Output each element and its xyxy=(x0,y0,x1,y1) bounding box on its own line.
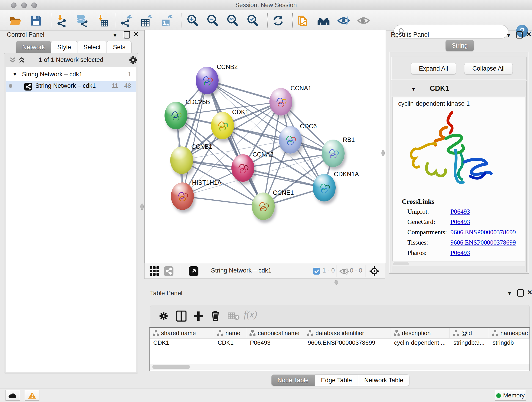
table-cell[interactable]: stringdb xyxy=(493,339,529,346)
gene-expander-icon[interactable]: ▼ xyxy=(411,86,416,92)
table-cell[interactable]: 9606.ENSP00000378699 xyxy=(308,339,389,346)
import-database-icon[interactable] xyxy=(75,14,88,27)
results-panel-title: Results Panel xyxy=(391,31,429,38)
network-node-ccnb1[interactable] xyxy=(170,147,193,174)
delete-table-icon[interactable] xyxy=(228,312,240,320)
crosslink-link[interactable]: P06493 xyxy=(450,249,470,256)
warning-button[interactable] xyxy=(25,390,39,401)
panel-menu-icon[interactable]: ▼ xyxy=(112,32,118,38)
table-cell[interactable]: stringdb:9... xyxy=(453,339,488,346)
export-image-icon[interactable] xyxy=(160,14,173,27)
open-session-icon[interactable] xyxy=(9,14,22,27)
column-header-database-identifier[interactable]: database identifier xyxy=(304,328,390,338)
string-home-icon[interactable] xyxy=(317,14,330,27)
network-node-ccnb2[interactable] xyxy=(196,67,219,94)
memory-button[interactable]: Memory xyxy=(495,390,526,401)
panel-close-icon[interactable]: ✕ xyxy=(133,32,139,37)
vertical-splitter-handle[interactable] xyxy=(140,204,144,210)
grid-view-icon[interactable] xyxy=(150,266,160,276)
table-settings-gear-icon[interactable] xyxy=(158,311,169,321)
panel-close-icon[interactable]: ✕ xyxy=(526,32,531,37)
network-node-hist1h1a[interactable] xyxy=(171,182,194,210)
network-view[interactable]: CCNB2CCNA1CDC25BCDK1CDC6RB1CCNB1CCNA2CDK… xyxy=(144,30,386,263)
zoom-fit-icon[interactable] xyxy=(226,14,239,27)
add-column-icon[interactable] xyxy=(193,311,204,322)
gene-section-header[interactable]: ▼ CDK1 xyxy=(391,81,526,97)
panel-float-icon[interactable] xyxy=(516,31,523,38)
expand-all-button[interactable]: Expand All xyxy=(411,63,456,74)
crosslink-link[interactable]: 9606.ENSP00000378699 xyxy=(450,239,516,246)
column-type-icon xyxy=(249,330,256,337)
gear-icon[interactable] xyxy=(128,56,138,65)
panel-menu-icon[interactable]: ▼ xyxy=(506,32,511,38)
clone-network-icon[interactable] xyxy=(297,14,310,27)
tab-string[interactable]: String xyxy=(445,40,474,51)
node-table: shared namenamecanonical namedatabase id… xyxy=(149,327,530,371)
export-table-icon[interactable] xyxy=(140,14,152,27)
vertical-splitter-handle[interactable] xyxy=(381,150,385,156)
table-cell[interactable]: P06493 xyxy=(250,339,303,346)
crosslink-link[interactable]: 9606.ENSP00000378699 xyxy=(450,229,516,236)
collection-count: 1 xyxy=(128,71,131,78)
results-horizontal-scrollbar[interactable] xyxy=(393,262,525,266)
table-cell[interactable]: CDK1 xyxy=(218,339,245,346)
zoom-out-icon[interactable] xyxy=(206,14,219,27)
table-horizontal-scrollbar[interactable] xyxy=(150,364,530,370)
crosslink-link[interactable]: P06493 xyxy=(450,218,470,225)
network-node-cdkn1a[interactable] xyxy=(313,174,336,201)
table-cell[interactable]: CDK1 xyxy=(153,339,213,346)
tab-network-table[interactable]: Network Table xyxy=(358,375,410,386)
birdseye-view-icon[interactable] xyxy=(189,266,198,276)
network-share-view-icon[interactable] xyxy=(164,266,174,276)
selected-checkbox-icon[interactable] xyxy=(313,268,320,274)
cloud-button[interactable] xyxy=(6,390,20,401)
show-columns-icon[interactable] xyxy=(176,311,186,322)
import-network-icon[interactable] xyxy=(56,14,68,27)
column-header-name[interactable]: name xyxy=(214,328,246,338)
fit-selected-crosshair-icon[interactable] xyxy=(369,266,380,276)
network-node-cdc6[interactable] xyxy=(279,126,302,153)
export-network-icon[interactable] xyxy=(120,14,133,27)
tab-sets[interactable]: Sets xyxy=(107,41,132,53)
network-row[interactable]: String Network – cdk1 11 48 xyxy=(6,81,136,92)
table-cell[interactable]: cyclin-dependent ... xyxy=(394,339,449,346)
node-label-cdkn1a: CDKN1A xyxy=(334,171,359,178)
network-node-rb1[interactable] xyxy=(322,140,345,167)
delete-column-trash-icon[interactable] xyxy=(210,310,220,322)
function-builder-icon[interactable]: f(x) xyxy=(244,309,257,320)
tab-select[interactable]: Select xyxy=(77,41,107,53)
column-type-icon xyxy=(393,330,400,337)
hide-selected-icon[interactable] xyxy=(337,14,350,27)
column-header-canonical-name[interactable]: canonical name xyxy=(246,328,304,338)
network-node-ccna2[interactable] xyxy=(231,154,254,182)
network-node-ccna1[interactable] xyxy=(269,88,292,115)
panel-float-icon[interactable] xyxy=(124,31,130,38)
panel-float-icon[interactable] xyxy=(517,289,524,297)
network-collection-row[interactable]: ▼ String Network – cdk1 1 xyxy=(6,70,136,81)
collection-expander-icon[interactable]: ▼ xyxy=(12,71,17,77)
column-header-namespac[interactable]: namespac xyxy=(489,328,530,338)
collapse-all-button[interactable]: Collapse All xyxy=(464,63,513,74)
protein-structure-thumbnail xyxy=(168,107,184,125)
show-all-icon[interactable] xyxy=(357,14,370,27)
save-session-icon[interactable] xyxy=(30,14,42,27)
tab-network[interactable]: Network xyxy=(16,41,51,53)
zoom-in-icon[interactable] xyxy=(186,14,199,27)
import-table-icon[interactable] xyxy=(96,14,109,27)
crosslink-link[interactable]: P06493 xyxy=(450,208,470,215)
tab-node-table[interactable]: Node Table xyxy=(271,375,315,386)
refresh-icon[interactable] xyxy=(272,14,285,27)
toolbar-separator xyxy=(51,13,51,27)
tab-style[interactable]: Style xyxy=(51,41,77,53)
panel-close-icon[interactable]: ✕ xyxy=(527,290,532,295)
column-type-icon xyxy=(307,330,314,337)
network-node-cdc25b[interactable] xyxy=(165,102,187,129)
column-header-description[interactable]: description xyxy=(390,328,450,338)
zoom-selected-icon[interactable] xyxy=(246,14,259,27)
network-node-ccne1[interactable] xyxy=(252,192,275,220)
panel-menu-icon[interactable]: ▼ xyxy=(507,291,512,296)
column-header--id[interactable]: @id xyxy=(450,328,489,338)
tab-edge-table[interactable]: Edge Table xyxy=(315,375,358,386)
column-header-shared-name[interactable]: shared name xyxy=(150,328,214,338)
network-node-cdk1[interactable] xyxy=(211,112,234,139)
